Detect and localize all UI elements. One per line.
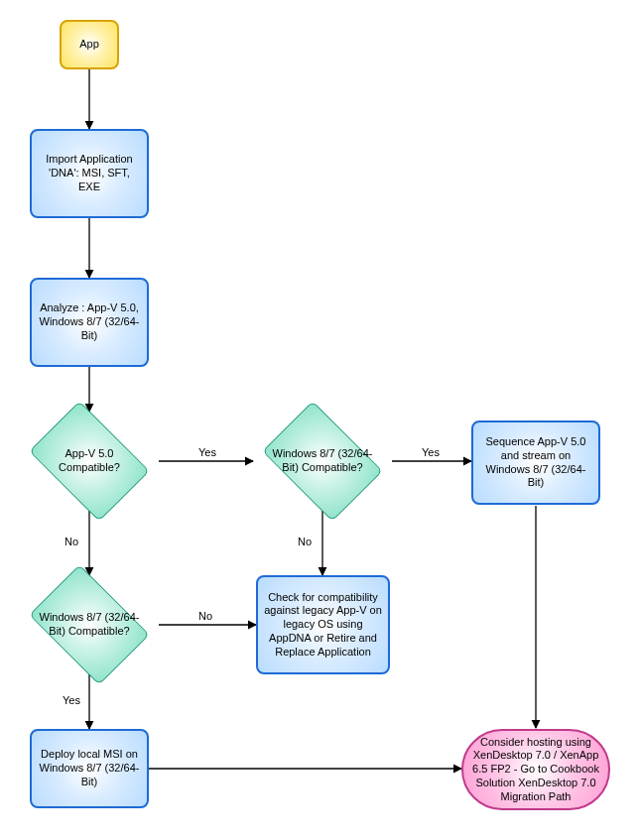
decision-windows-compatible-1: Windows 8/7 (32/64-Bit) Compatible? — [253, 412, 392, 511]
decision-label: Windows 8/7 (32/64-Bit) Compatible? — [35, 611, 144, 639]
edge-label-no: No — [198, 610, 212, 622]
terminal-consider-hosting: Consider hosting using XenDesktop 7.0 / … — [461, 729, 610, 810]
edge-label-no: No — [64, 536, 78, 547]
edge-label-no: No — [298, 536, 312, 547]
process-label: Sequence App-V 5.0 and stream on Windows… — [479, 435, 592, 490]
edge-label-yes: Yes — [198, 446, 216, 458]
process-label: Check for compatibility against legacy A… — [264, 591, 382, 660]
process-analyze: Analyze : App-V 5.0, Windows 8/7 (32/64-… — [30, 278, 149, 367]
process-label: Import Application 'DNA': MSI, SFT, EXE — [38, 153, 141, 193]
process-label: Analyze : App-V 5.0, Windows 8/7 (32/64-… — [38, 301, 141, 342]
edge-label-yes: Yes — [422, 446, 440, 458]
process-deploy-msi: Deploy local MSI on Windows 8/7 (32/64-B… — [30, 729, 149, 808]
decision-label: Windows 8/7 (32/64-Bit) Compatible? — [268, 447, 377, 475]
process-sequence-appv: Sequence App-V 5.0 and stream on Windows… — [471, 420, 600, 505]
start-node-app: App — [60, 20, 119, 69]
edge-label-yes: Yes — [63, 694, 80, 706]
process-import-dna: Import Application 'DNA': MSI, SFT, EXE — [30, 129, 149, 218]
start-label: App — [79, 38, 99, 52]
terminal-label: Consider hosting using XenDesktop 7.0 / … — [469, 736, 602, 804]
decision-appv-compatible: App-V 5.0 Compatible? — [20, 412, 159, 511]
flowchart-canvas: App Import Application 'DNA': MSI, SFT, … — [0, 0, 640, 840]
process-label: Deploy local MSI on Windows 8/7 (32/64-B… — [38, 748, 141, 788]
decision-windows-compatible-2: Windows 8/7 (32/64-Bit) Compatible? — [20, 575, 159, 674]
process-check-compatibility: Check for compatibility against legacy A… — [256, 575, 390, 674]
decision-label: App-V 5.0 Compatible? — [35, 447, 144, 475]
